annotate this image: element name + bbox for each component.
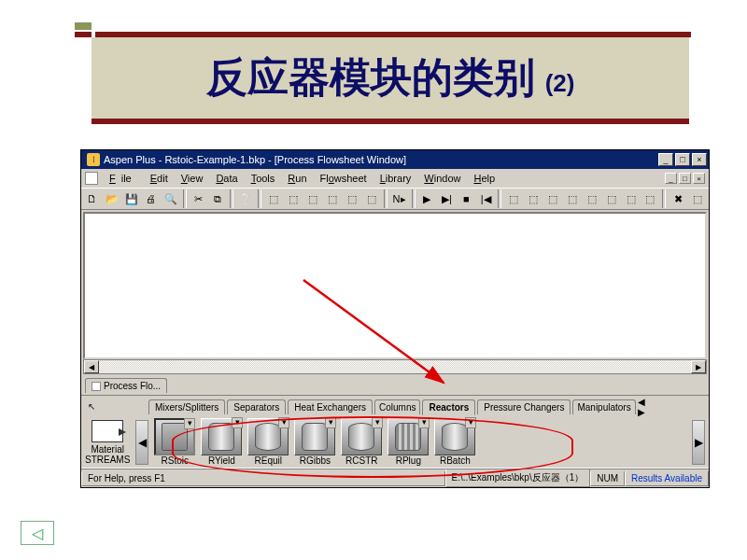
flowsheet-icon <box>92 382 101 391</box>
toolbar-button[interactable]: ⬚ <box>362 189 381 208</box>
slide-title-box: 反应器模块的类别 (2) <box>92 37 689 119</box>
menu-data[interactable]: Data <box>210 171 243 186</box>
status-num: NUM <box>590 471 625 486</box>
toolbar-button[interactable]: ⬚ <box>602 189 621 208</box>
status-help-text: For Help, press F1 <box>81 471 445 486</box>
palette-nav-right[interactable]: ▶ <box>692 420 705 465</box>
save-icon[interactable]: 💾 <box>122 189 141 208</box>
menu-window[interactable]: Window <box>418 171 466 186</box>
menu-library[interactable]: Library <box>374 171 417 186</box>
document-tab[interactable]: Process Flo... <box>85 378 167 393</box>
back-button[interactable]: ◁ <box>21 521 54 545</box>
step-button[interactable]: ▶| <box>437 189 456 208</box>
new-icon[interactable]: 🗋 <box>83 189 102 208</box>
minimize-button[interactable]: _ <box>658 153 673 166</box>
status-path: E:\..\Examples\bkp\反应器（1） <box>445 469 591 487</box>
stop-button[interactable]: ■ <box>457 189 475 208</box>
reactor-rbatch[interactable]: RBatch <box>434 418 475 466</box>
palette-nav-left[interactable]: ◀ <box>135 420 148 465</box>
next-button[interactable]: N▸ <box>390 189 409 208</box>
toolbar-button[interactable]: ⬚ <box>543 189 562 208</box>
rcstr-icon <box>348 423 374 451</box>
flowsheet-canvas[interactable] <box>83 212 707 359</box>
open-icon[interactable]: 📂 <box>103 189 121 208</box>
horizontal-scrollbar[interactable]: ◀ ▶ <box>83 359 707 374</box>
menu-file[interactable]: File <box>104 171 143 186</box>
slide-header: 反应器模块的类别 (2) <box>75 22 691 124</box>
mdi-minimize-button[interactable]: _ <box>665 173 677 184</box>
reactor-label: RGibbs <box>294 455 335 466</box>
tab-columns[interactable]: Columns <box>374 399 420 414</box>
toolbar-button[interactable]: ⧉ <box>208 189 227 208</box>
toolbar-button[interactable]: ⬚ <box>688 189 707 208</box>
reactor-rgibbs[interactable]: RGibbs <box>294 418 335 466</box>
scroll-left-icon[interactable]: ◀ <box>84 360 99 373</box>
reactor-row: RStoic RYield REquil RGibbs RCSTR <box>154 418 475 466</box>
mdi-icon[interactable] <box>85 172 98 185</box>
mdi-close-button[interactable]: × <box>693 173 705 184</box>
toolbar-button[interactable]: ⬚ <box>284 189 303 208</box>
status-results: Results Available <box>625 471 709 486</box>
reactor-label: RCSTR <box>341 455 382 466</box>
titlebar[interactable]: ⁞ Aspen Plus - Rstoic-Example-1.bkp - [P… <box>81 150 709 169</box>
toolbar-button[interactable]: ⬚ <box>583 189 601 208</box>
toolbar-button[interactable]: ⬚ <box>641 189 659 208</box>
toolbar-button[interactable]: ⬚ <box>504 189 523 208</box>
print-icon[interactable]: 🖨 <box>142 189 161 208</box>
accent-bar <box>92 119 689 124</box>
toolbar-button[interactable]: ⬚ <box>622 189 641 208</box>
tab-pressure-changers[interactable]: Pressure Changers <box>477 399 571 414</box>
reactor-label: RPlug <box>388 455 429 466</box>
menu-tools[interactable]: Tools <box>246 171 281 186</box>
toolbar-button[interactable]: ⬚ <box>524 189 543 208</box>
reactor-ryield[interactable]: RYield <box>201 418 242 466</box>
reactor-rplug[interactable]: RPlug <box>388 418 429 466</box>
tab-mixers-splitters[interactable]: Mixers/Splitters <box>148 399 225 414</box>
menu-edit[interactable]: Edit <box>145 171 174 186</box>
model-palette: ↖ Mixers/Splitters Separators Heat Excha… <box>81 395 709 469</box>
rbatch-icon <box>442 423 468 451</box>
tab-reactors[interactable]: Reactors <box>422 399 475 415</box>
run-button[interactable]: ▶ <box>418 189 437 208</box>
scroll-track[interactable] <box>99 360 691 373</box>
preview-icon[interactable]: 🔍 <box>162 189 180 208</box>
toolbar-separator <box>662 189 666 208</box>
toolbar-button[interactable]: ⬚ <box>264 189 283 208</box>
reactor-requil[interactable]: REquil <box>247 418 289 466</box>
menu-help[interactable]: Help <box>468 171 500 186</box>
toolbar-button[interactable]: ⬚ <box>303 189 322 208</box>
toolbar-separator <box>183 189 187 208</box>
toolbar-button[interactable]: ✖ <box>669 189 687 208</box>
toolbar-button[interactable]: ⬚ <box>343 189 361 208</box>
toolbar-button[interactable]: ⬚ <box>323 189 342 208</box>
streams-label: Material <box>85 444 130 455</box>
toolbar-button[interactable]: ⬚ <box>563 189 582 208</box>
maximize-button[interactable]: □ <box>675 153 690 166</box>
accent-bar <box>95 32 691 37</box>
toolbar-separator <box>384 189 388 208</box>
close-button[interactable]: × <box>692 153 707 166</box>
rplug-icon <box>395 423 421 451</box>
pointer-icon[interactable]: ↖ <box>85 399 98 414</box>
rstoic-icon <box>162 423 188 451</box>
help-icon[interactable]: ❔ <box>236 189 255 208</box>
toolbar-button[interactable]: ✂ <box>190 189 208 208</box>
tabs-scroll-icon[interactable]: ◀ ▶ <box>638 399 651 414</box>
reactor-rcstr[interactable]: RCSTR <box>341 418 382 466</box>
mdi-restore-button[interactable]: □ <box>679 173 691 184</box>
scroll-right-icon[interactable]: ▶ <box>691 360 706 373</box>
canvas-area: ◀ ▶ <box>81 210 709 376</box>
slide-subtitle: (2) <box>545 69 575 98</box>
reactor-label: RBatch <box>434 455 475 466</box>
tab-heat-exchangers[interactable]: Heat Exchangers <box>288 399 373 414</box>
tab-separators[interactable]: Separators <box>227 399 286 414</box>
reset-button[interactable]: |◀ <box>476 189 495 208</box>
reactor-rstoic[interactable]: RStoic <box>154 418 195 466</box>
streams-label: STREAMS <box>85 455 130 465</box>
reactor-label: REquil <box>247 455 289 466</box>
material-streams-button[interactable]: Material STREAMS <box>85 420 130 465</box>
menu-view[interactable]: View <box>176 171 209 186</box>
tab-manipulators[interactable]: Manipulators <box>572 399 635 414</box>
menu-run[interactable]: Run <box>282 171 312 186</box>
menu-flowsheet[interactable]: Flowsheet <box>315 171 373 186</box>
